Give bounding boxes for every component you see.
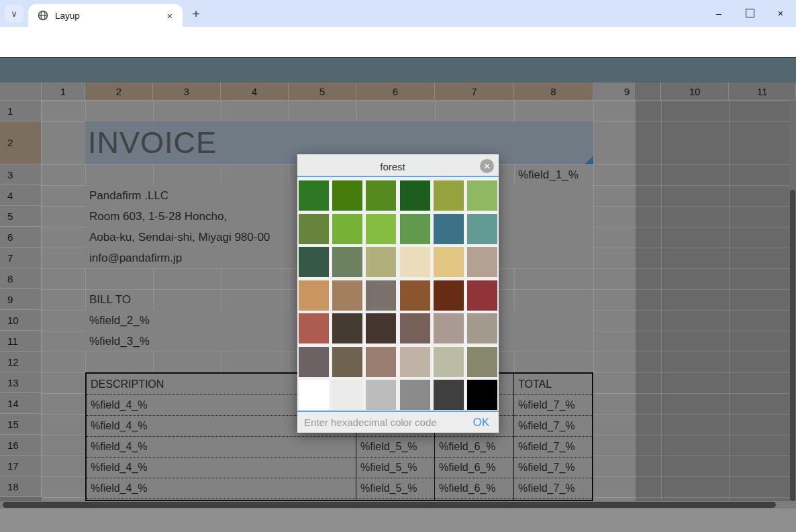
tab-close-icon[interactable]: ×: [162, 8, 177, 23]
column-header[interactable]: 2: [85, 83, 153, 101]
cell-field-1[interactable]: %field_1_%: [518, 164, 593, 185]
column-header[interactable]: 10: [661, 83, 729, 101]
row-header[interactable]: 1: [0, 101, 42, 121]
color-swatch[interactable]: [434, 214, 464, 244]
window-minimize-icon[interactable]: –: [705, 0, 733, 25]
color-search-input[interactable]: [317, 157, 468, 176]
color-swatch[interactable]: [434, 247, 464, 277]
color-swatch[interactable]: [366, 380, 396, 410]
column-header[interactable]: 3: [153, 83, 221, 101]
cell-field-3[interactable]: %field_3_%: [89, 331, 291, 352]
column-header[interactable]: 11: [729, 83, 796, 101]
cell-field-2[interactable]: %field_2_%: [89, 310, 291, 331]
color-swatch[interactable]: [332, 180, 362, 211]
close-icon[interactable]: ✕: [480, 159, 494, 173]
row-header[interactable]: 8: [0, 268, 42, 289]
row-header[interactable]: 6: [0, 227, 42, 248]
column-header[interactable]: 8: [514, 83, 593, 101]
row-header[interactable]: 10: [0, 310, 42, 331]
color-swatch[interactable]: [467, 180, 497, 211]
tab-search-chevron-icon[interactable]: ∨: [5, 5, 23, 23]
color-swatch[interactable]: [366, 180, 396, 211]
color-swatch[interactable]: [400, 347, 430, 377]
table-cell[interactable]: %field_7_%: [514, 457, 592, 478]
color-swatch[interactable]: [299, 180, 329, 211]
row-header[interactable]: 3: [0, 164, 42, 185]
row-header[interactable]: 4: [0, 185, 42, 206]
row-header[interactable]: 5: [0, 206, 42, 227]
table-cell[interactable]: %field_7_%: [514, 415, 592, 436]
cell-bill-to[interactable]: BILL TO: [89, 289, 291, 310]
row-header[interactable]: 11: [0, 331, 42, 352]
row-header[interactable]: 16: [0, 435, 42, 456]
row-header[interactable]: 7: [0, 248, 42, 268]
color-swatch[interactable]: [434, 380, 464, 410]
color-swatch[interactable]: [400, 280, 430, 311]
color-swatch[interactable]: [467, 247, 497, 277]
row-header[interactable]: 9: [0, 289, 42, 310]
table-cell[interactable]: %field_4_%: [87, 478, 356, 498]
new-tab-icon[interactable]: +: [188, 6, 204, 22]
browser-tab[interactable]: Layup ×: [28, 4, 183, 27]
color-swatch[interactable]: [434, 280, 464, 311]
color-swatch[interactable]: [434, 180, 464, 211]
color-swatch[interactable]: [332, 380, 362, 410]
column-header[interactable]: 4: [221, 83, 289, 101]
row-header[interactable]: 15: [0, 414, 42, 435]
color-swatch[interactable]: [332, 313, 362, 343]
color-swatch[interactable]: [366, 347, 396, 377]
color-swatch[interactable]: [434, 347, 464, 377]
color-swatch[interactable]: [299, 313, 329, 343]
column-header[interactable]: 6: [356, 83, 435, 101]
row-header[interactable]: 2: [0, 121, 42, 164]
column-header[interactable]: 1: [42, 83, 85, 101]
table-cell[interactable]: %field_5_%: [356, 478, 435, 498]
color-swatch[interactable]: [332, 347, 362, 377]
color-swatch[interactable]: [400, 214, 430, 244]
horizontal-scrollbar-thumb[interactable]: [3, 502, 776, 508]
table-header-total[interactable]: TOTAL: [514, 374, 592, 394]
hex-color-input[interactable]: [303, 416, 472, 429]
color-swatch[interactable]: [400, 380, 430, 410]
color-swatch[interactable]: [434, 313, 464, 343]
table-cell[interactable]: %field_6_%: [435, 478, 514, 498]
ok-button[interactable]: OK: [472, 416, 489, 429]
table-cell[interactable]: %field_6_%: [435, 457, 514, 478]
sheet-corner[interactable]: [0, 83, 42, 101]
color-swatch[interactable]: [332, 214, 362, 244]
color-swatch[interactable]: [299, 280, 329, 311]
window-close-icon[interactable]: ×: [766, 0, 795, 25]
color-swatch[interactable]: [400, 313, 430, 343]
column-header[interactable]: 5: [289, 83, 356, 101]
row-header[interactable]: 17: [0, 456, 42, 476]
table-cell[interactable]: %field_5_%: [356, 436, 435, 457]
color-swatch[interactable]: [400, 180, 430, 211]
table-cell[interactable]: %field_6_%: [435, 436, 514, 457]
row-header[interactable]: 12: [0, 352, 42, 372]
column-header[interactable]: 9: [593, 83, 661, 101]
color-swatch[interactable]: [400, 247, 430, 277]
color-swatch[interactable]: [366, 280, 396, 311]
row-header[interactable]: 18: [0, 476, 42, 497]
row-header[interactable]: 14: [0, 393, 42, 414]
table-cell[interactable]: %field_4_%: [87, 436, 356, 457]
color-swatch[interactable]: [467, 347, 497, 377]
window-maximize-icon[interactable]: [736, 0, 764, 25]
color-swatch[interactable]: [299, 347, 329, 377]
table-cell[interactable]: %field_4_%: [87, 457, 356, 478]
color-swatch[interactable]: [467, 313, 497, 343]
color-swatch[interactable]: [332, 247, 362, 277]
color-swatch[interactable]: [366, 247, 396, 277]
selection-handle[interactable]: [585, 156, 593, 164]
color-swatch[interactable]: [299, 214, 329, 244]
color-swatch[interactable]: [467, 214, 497, 244]
color-swatch[interactable]: [299, 247, 329, 277]
table-cell[interactable]: %field_7_%: [514, 394, 592, 415]
color-swatch[interactable]: [332, 280, 362, 311]
table-cell[interactable]: %field_7_%: [514, 478, 592, 498]
color-swatch[interactable]: [366, 214, 396, 244]
table-cell[interactable]: %field_5_%: [356, 457, 435, 478]
color-swatch[interactable]: [299, 380, 329, 410]
row-header[interactable]: 13: [0, 372, 42, 393]
color-swatch[interactable]: [467, 380, 497, 410]
